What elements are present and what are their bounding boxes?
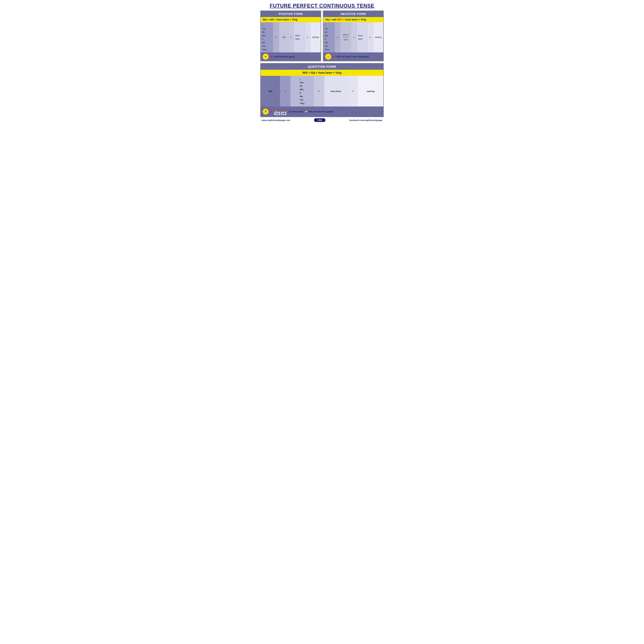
positive-example-text: Ex: I will have been going.	[270, 56, 295, 58]
question-plus2-col: +	[314, 76, 324, 106]
positive-plus: +	[275, 35, 277, 40]
positive-will: will	[282, 36, 285, 39]
negative-starting-col: starting	[373, 22, 383, 52]
question-result: Will you have been going?	[309, 110, 333, 113]
positive-subjects: I You He She It We You They	[262, 23, 272, 51]
negative-subjects-col: I You He She It We You They	[323, 22, 335, 52]
question-starting-col: starting	[358, 76, 383, 106]
question-subjects: I You He She It We You They	[300, 77, 305, 105]
negative-willnot-col: will not won't	[340, 22, 351, 52]
negative-plus-col: +	[335, 22, 340, 52]
footer-like: Like	[314, 118, 325, 122]
positive-formula: Sbj + will + have been + Ving	[261, 17, 321, 22]
negative-plus3-col: +	[367, 22, 373, 52]
question-formula: Will + Sbj + have been + Ving	[261, 70, 383, 76]
negative-formula-prefix: Sbj + will	[325, 18, 337, 21]
top-section: POSITIVE FORM Sbj + will + have been + V…	[260, 11, 384, 61]
positive-subjects-col: I You He She It We You They	[261, 22, 273, 52]
main-title: FUTURE PERFECT CONTINUOUS TENSE	[260, 1, 384, 11]
positive-ex-label: Ex:	[270, 56, 273, 58]
curved-arrows-svg	[274, 108, 291, 112]
negative-example-text: Ex: I will not ( won't ) have been going…	[333, 56, 369, 58]
positive-badge: +	[263, 54, 269, 60]
negative-formula: Sbj + will NOT + have been + Ving	[323, 17, 383, 22]
negative-formula-suffix: + have been + Ving	[342, 18, 366, 21]
negative-badge: -	[325, 54, 331, 60]
negative-plus: +	[337, 35, 338, 40]
positive-plus-col: +	[273, 22, 279, 52]
you-will-group: You will	[274, 112, 286, 115]
positive-plus3: +	[307, 35, 308, 40]
negative-plus2-col: +	[351, 22, 357, 52]
negative-example-bar: - Ex: I will not ( won't ) have been goi…	[323, 52, 383, 61]
question-plus3-col: +	[348, 76, 358, 106]
footer-facebook: facebook.com/englishstudypage	[349, 119, 382, 121]
question-ex-label: Ex:	[270, 110, 273, 113]
question-arrow-diagram: You will	[274, 108, 286, 115]
positive-form-box: POSITIVE FORM Sbj + will + have been + V…	[260, 11, 321, 61]
question-will-col: Will	[261, 76, 280, 106]
negative-ex-label: Ex:	[333, 56, 336, 58]
question-title: QUESTION FORM	[261, 63, 383, 70]
negative-plus3: +	[369, 35, 371, 40]
negative-header: NEGATIVE FORM	[323, 11, 383, 17]
question-will: Will	[268, 90, 272, 92]
positive-starting-col: starting	[310, 22, 321, 52]
question-plus2: +	[318, 90, 320, 93]
positive-header: POSITIVE FORM	[261, 11, 321, 17]
question-starting: starting	[367, 90, 375, 92]
positive-have-been: have been	[295, 34, 303, 41]
question-plus1-col: +	[280, 76, 290, 106]
positive-ex-sentence: I will have been going.	[274, 56, 295, 58]
page-wrapper: FUTURE PERFECT CONTINUOUS TENSE POSITIVE…	[258, 0, 386, 125]
positive-example-bar: + Ex: I will have been going.	[261, 52, 321, 61]
question-will-label: will	[281, 112, 287, 115]
question-have-been: have been	[331, 90, 341, 92]
question-table: Will + I You He She It We You They + hav…	[261, 76, 383, 106]
question-subjects-col: I You He She It We You They	[290, 76, 314, 106]
question-have-been-col: have been	[324, 76, 348, 106]
right-arrow-icon: ➡	[305, 110, 307, 113]
negative-ex-sentence: I will not ( won't ) have been going.	[336, 56, 369, 58]
footer-website: www.englishstudypage.com	[262, 119, 290, 121]
positive-plus3-col: +	[305, 22, 310, 52]
positive-plus2: +	[290, 35, 292, 40]
negative-plus2: +	[353, 35, 355, 40]
negative-will-not: will not	[343, 33, 349, 37]
question-example-bar: ? Ex:	[261, 106, 383, 117]
positive-starting: starting	[312, 36, 319, 39]
question-plus1: +	[285, 90, 286, 93]
negative-have-been-col: have been	[357, 22, 368, 52]
negative-form-box: NEGATIVE FORM Sbj + will NOT + have been…	[323, 11, 384, 61]
positive-will-col: will	[279, 22, 288, 52]
question-you-label: You	[274, 112, 280, 115]
negative-table: I You He She It We You They + will not w…	[323, 22, 383, 52]
footer-bar: www.englishstudypage.com Like facebook.c…	[260, 117, 384, 123]
positive-plus2-col: +	[288, 22, 294, 52]
negative-wont: won't	[344, 38, 348, 41]
negative-have-been: have been	[358, 34, 366, 41]
question-badge: ?	[263, 109, 269, 115]
positive-have-been-col: have been	[294, 22, 305, 52]
question-plus3: +	[352, 90, 354, 93]
negative-subjects: I You He She It We You They	[325, 23, 333, 51]
negative-formula-not: NOT	[337, 18, 342, 21]
negative-starting: starting	[375, 36, 381, 39]
question-header-wrap: www.englishstudypage.com www.englishstud…	[261, 63, 383, 70]
positive-table: I You He She It We You They + will + hav…	[261, 22, 321, 52]
question-section: www.englishstudypage.com www.englishstud…	[260, 63, 384, 117]
